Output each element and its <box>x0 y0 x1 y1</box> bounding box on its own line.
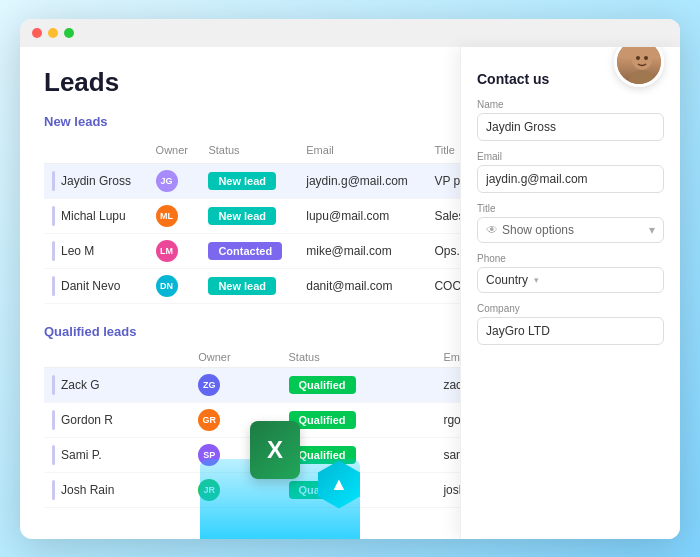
status-cell: New lead <box>200 268 298 303</box>
row-bar <box>52 410 55 430</box>
phone-country-select[interactable]: Country ▾ <box>477 267 664 293</box>
svg-point-0 <box>632 50 652 70</box>
lead-name-cell: Michal Lupu <box>44 198 148 233</box>
col-status: Status <box>281 347 436 368</box>
lead-name-cell: Danit Nevo <box>44 268 148 303</box>
avatar: JG <box>156 170 178 192</box>
lead-name: Sami P. <box>61 448 101 462</box>
avatar-face <box>617 47 661 84</box>
status-badge: New lead <box>208 172 276 190</box>
excel-badge-inner: X <box>250 421 300 479</box>
status-badge: Contacted <box>208 242 282 260</box>
email-input[interactable] <box>477 165 664 193</box>
maximize-dot[interactable] <box>64 28 74 38</box>
chevron-down-icon: ▾ <box>649 223 655 237</box>
status-badge: New lead <box>208 277 276 295</box>
col-name <box>44 137 148 164</box>
owner-cell: JG <box>148 163 201 198</box>
row-bar <box>52 445 55 465</box>
lead-name: Leo M <box>61 244 94 258</box>
avatar: DN <box>156 275 178 297</box>
status-cell: New lead <box>200 198 298 233</box>
arrow-badge-inner: ▲ <box>318 461 360 509</box>
lead-name: Michal Lupu <box>61 209 126 223</box>
lead-name-cell: Gordon R <box>44 402 190 437</box>
name-input[interactable] <box>477 113 664 141</box>
contact-avatar <box>614 47 664 87</box>
page-title: Leads <box>44 67 119 98</box>
email-cell: mike@mail.com <box>298 233 426 268</box>
lead-name: Gordon R <box>61 413 113 427</box>
contact-panel: Contact us Name Email Title 👁 Show optio… <box>460 47 680 539</box>
email-cell: lupu@mail.com <box>298 198 426 233</box>
avatar: LM <box>156 240 178 262</box>
title-placeholder: Show options <box>502 223 574 237</box>
owner-cell: LM <box>148 233 201 268</box>
col-owner: Owner <box>148 137 201 164</box>
phone-label: Phone <box>477 253 664 264</box>
chevron-down-icon: ▾ <box>534 275 539 285</box>
status-cell: Qualified <box>281 367 436 402</box>
browser-content: Leads ··· New leads Owner Status Email T… <box>20 47 680 539</box>
status-badge: Qualified <box>289 376 356 394</box>
lead-name: Jaydin Gross <box>61 174 131 188</box>
arrow-up-icon: ▲ <box>330 474 348 495</box>
owner-cell: ML <box>148 198 201 233</box>
country-label: Country <box>486 273 528 287</box>
avatar: ML <box>156 205 178 227</box>
svg-point-2 <box>636 56 640 60</box>
col-name <box>44 347 190 368</box>
email-label: Email <box>477 151 664 162</box>
avatar: GR <box>198 409 220 431</box>
lead-name: Danit Nevo <box>61 279 120 293</box>
browser-titlebar <box>20 19 680 47</box>
browser-window: Leads ··· New leads Owner Status Email T… <box>20 19 680 539</box>
lead-name: Josh Rain <box>61 483 114 497</box>
name-label: Name <box>477 99 664 110</box>
title-select[interactable]: 👁 Show options ▾ <box>477 217 664 243</box>
svg-point-3 <box>644 56 648 60</box>
arrow-badge: ▲ <box>318 461 360 509</box>
company-input[interactable] <box>477 317 664 345</box>
row-bar <box>52 375 55 395</box>
eye-icon: 👁 <box>486 223 498 237</box>
lead-name-cell: Leo M <box>44 233 148 268</box>
lead-name: Zack G <box>61 378 100 392</box>
status-cell: Contacted <box>200 233 298 268</box>
lead-name-cell: Josh Rain <box>44 472 190 507</box>
owner-cell: ZG <box>190 367 280 402</box>
excel-badge: X <box>250 421 300 479</box>
avatar: ZG <box>198 374 220 396</box>
email-cell: danit@mail.com <box>298 268 426 303</box>
row-bar <box>52 206 55 226</box>
col-status: Status <box>200 137 298 164</box>
row-bar <box>52 241 55 261</box>
row-bar <box>52 171 55 191</box>
status-badge: New lead <box>208 207 276 225</box>
owner-cell: DN <box>148 268 201 303</box>
row-bar <box>52 480 55 500</box>
lead-name-cell: Sami P. <box>44 437 190 472</box>
email-cell: jaydin.g@mail.com <box>298 163 426 198</box>
status-cell: New lead <box>200 163 298 198</box>
close-dot[interactable] <box>32 28 42 38</box>
avatar-svg <box>617 47 664 87</box>
col-email: Email <box>298 137 426 164</box>
company-label: Company <box>477 303 664 314</box>
status-cell: Qualified <box>281 402 436 437</box>
excel-icon: X <box>267 436 283 464</box>
title-label: Title <box>477 203 664 214</box>
row-bar <box>52 276 55 296</box>
lead-name-cell: Jaydin Gross <box>44 163 148 198</box>
minimize-dot[interactable] <box>48 28 58 38</box>
lead-name-cell: Zack G <box>44 367 190 402</box>
col-owner: Owner <box>190 347 280 368</box>
